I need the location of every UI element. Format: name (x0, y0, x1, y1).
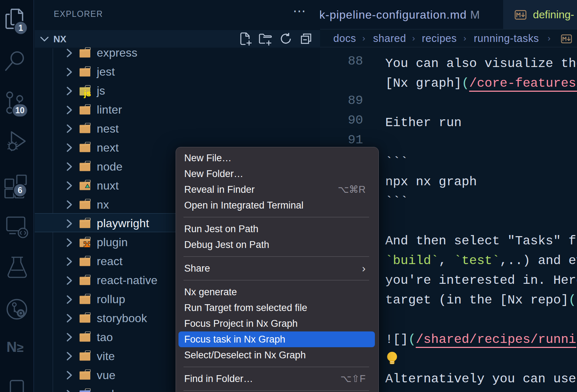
svg-text:js: js (84, 89, 91, 98)
